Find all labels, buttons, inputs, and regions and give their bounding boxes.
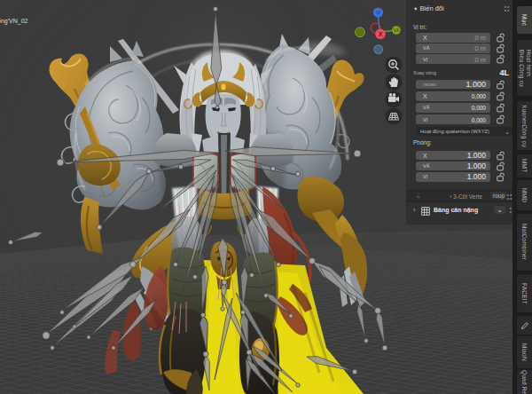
svg-text:ổng'VN_02: ổng'VN_02 xyxy=(0,18,28,25)
svg-text:VỊ: VỊ xyxy=(376,10,380,15)
svg-text:X: X xyxy=(379,31,383,37)
svg-text:VÁ: VÁ xyxy=(394,28,400,33)
